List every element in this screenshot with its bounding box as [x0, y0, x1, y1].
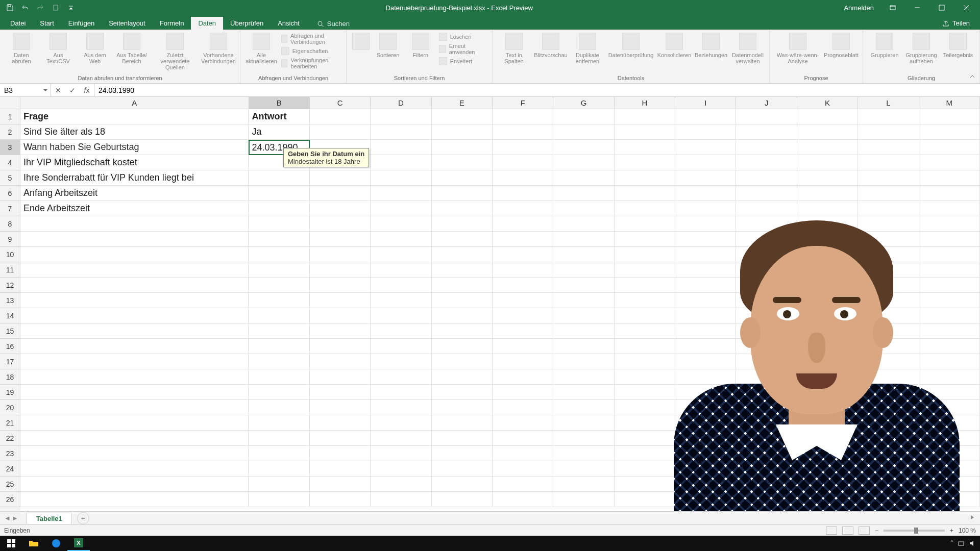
cell-E9[interactable]: [432, 232, 493, 247]
cell-F20[interactable]: [493, 400, 553, 415]
cell-A3[interactable]: Wann haben Sie Geburtstag: [20, 140, 249, 155]
cell-C21[interactable]: [310, 415, 371, 431]
cell-B10[interactable]: [249, 247, 309, 262]
cell-F18[interactable]: [493, 369, 553, 385]
cell-G1[interactable]: [553, 109, 614, 124]
spreadsheet-grid[interactable]: ABCDEFGHIJKLM 12345678910111213141516171…: [0, 97, 980, 511]
cell-B18[interactable]: [249, 369, 309, 385]
cell-D4[interactable]: [371, 155, 431, 170]
cell-G13[interactable]: [553, 293, 614, 308]
cell-G18[interactable]: [553, 369, 614, 385]
cell-D17[interactable]: [371, 354, 431, 369]
browser-icon[interactable]: [45, 536, 67, 551]
sheet-nav-next-icon[interactable]: ►: [12, 514, 18, 522]
cell-A20[interactable]: [20, 400, 249, 415]
cell-C18[interactable]: [310, 369, 371, 385]
cell-A2[interactable]: Sind Sie älter als 18: [20, 124, 249, 140]
row-header[interactable]: 20: [0, 400, 20, 415]
forecast-sheet-button[interactable]: Prognoseblatt: [825, 32, 857, 58]
cell-F24[interactable]: [493, 461, 553, 477]
cell-D14[interactable]: [371, 308, 431, 323]
cell-B17[interactable]: [249, 354, 309, 369]
cell-H8[interactable]: [615, 216, 675, 232]
cell-B5[interactable]: [249, 170, 309, 186]
from-web-button[interactable]: Aus dem Web: [79, 32, 111, 64]
cell-B25[interactable]: [249, 477, 309, 492]
existing-connections-button[interactable]: Vorhandene Verbindungen: [202, 32, 235, 64]
cell-I3[interactable]: [675, 140, 736, 155]
row-header[interactable]: 15: [0, 323, 20, 339]
cell-H1[interactable]: [615, 109, 675, 124]
tab-formulas[interactable]: Formeln: [153, 17, 191, 30]
cell-F3[interactable]: [493, 140, 553, 155]
save-icon[interactable]: [3, 1, 16, 14]
cell-A5[interactable]: Ihre Sonderrabatt für VIP Kunden liegt b…: [20, 170, 249, 186]
cell-E11[interactable]: [432, 262, 493, 278]
row-header[interactable]: 18: [0, 369, 20, 385]
row-header[interactable]: 19: [0, 385, 20, 400]
from-text-button[interactable]: Aus Text/CSV: [42, 32, 75, 64]
cell-F5[interactable]: [493, 170, 553, 186]
cell-G9[interactable]: [553, 232, 614, 247]
cell-M4[interactable]: [919, 155, 980, 170]
cell-H3[interactable]: [615, 140, 675, 155]
column-header[interactable]: A: [20, 97, 249, 109]
cell-E1[interactable]: [432, 109, 493, 124]
cell-D25[interactable]: [371, 477, 431, 492]
cell-G7[interactable]: [553, 201, 614, 216]
cell-B7[interactable]: [249, 201, 309, 216]
queries-connections-button[interactable]: Abfragen und Verbindungen: [281, 33, 341, 45]
cell-G26[interactable]: [553, 492, 614, 507]
cell-L1[interactable]: [858, 109, 919, 124]
cell-E5[interactable]: [432, 170, 493, 186]
cell-L5[interactable]: [858, 170, 919, 186]
column-header[interactable]: L: [858, 97, 919, 109]
tab-review[interactable]: Überprüfen: [223, 17, 271, 30]
column-header[interactable]: J: [736, 97, 797, 109]
tab-view[interactable]: Ansicht: [271, 17, 307, 30]
cell-H17[interactable]: [615, 354, 675, 369]
clear-filter-button[interactable]: Löschen: [439, 33, 487, 41]
cell-E14[interactable]: [432, 308, 493, 323]
tab-insert[interactable]: Einfügen: [61, 17, 102, 30]
cell-G6[interactable]: [553, 186, 614, 201]
cell-A1[interactable]: Frage: [20, 109, 249, 124]
column-header[interactable]: H: [615, 97, 675, 109]
file-explorer-icon[interactable]: [22, 536, 45, 551]
cell-D19[interactable]: [371, 385, 431, 400]
cell-H7[interactable]: [615, 201, 675, 216]
edit-links-button[interactable]: Verknüpfungen bearbeiten: [281, 57, 341, 69]
cell-K3[interactable]: [797, 140, 858, 155]
cell-L6[interactable]: [858, 186, 919, 201]
cell-L4[interactable]: [858, 155, 919, 170]
cell-G2[interactable]: [553, 124, 614, 140]
cell-E26[interactable]: [432, 492, 493, 507]
cell-A11[interactable]: [20, 262, 249, 278]
cell-H16[interactable]: [615, 339, 675, 354]
name-box[interactable]: B3: [0, 84, 51, 96]
cell-B20[interactable]: [249, 400, 309, 415]
cell-C2[interactable]: [310, 124, 371, 140]
cell-G15[interactable]: [553, 323, 614, 339]
cell-A23[interactable]: [20, 446, 249, 461]
formula-input[interactable]: 24.03.1990: [94, 84, 980, 96]
relationships-button[interactable]: Beziehungen: [695, 32, 727, 58]
cancel-edit-icon[interactable]: ✕: [51, 86, 65, 94]
cell-C25[interactable]: [310, 477, 371, 492]
cell-F22[interactable]: [493, 431, 553, 446]
cell-H26[interactable]: [615, 492, 675, 507]
row-header[interactable]: 13: [0, 293, 20, 308]
cell-D26[interactable]: [371, 492, 431, 507]
subtotal-button[interactable]: Teilergebnis: [942, 32, 974, 58]
column-header[interactable]: D: [371, 97, 431, 109]
row-header[interactable]: 22: [0, 431, 20, 446]
cell-B6[interactable]: [249, 186, 309, 201]
cell-H13[interactable]: [615, 293, 675, 308]
row-header[interactable]: 4: [0, 155, 20, 170]
sort-button[interactable]: Sortieren: [374, 32, 402, 58]
properties-button[interactable]: Eigenschaften: [281, 47, 341, 55]
cell-A12[interactable]: [20, 278, 249, 293]
cell-I6[interactable]: [675, 186, 736, 201]
cell-G14[interactable]: [553, 308, 614, 323]
cell-E19[interactable]: [432, 385, 493, 400]
